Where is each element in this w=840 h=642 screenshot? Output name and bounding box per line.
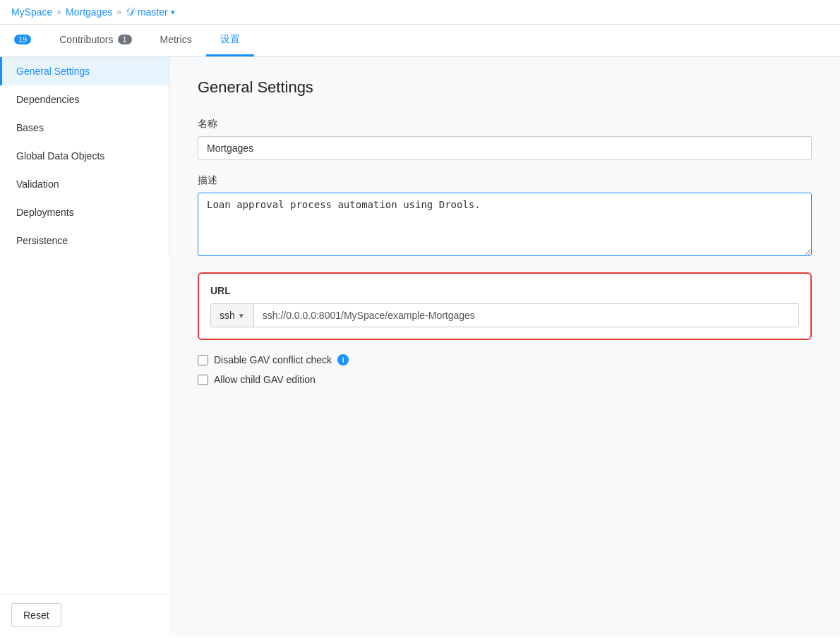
tab-contributors-label: Contributors xyxy=(59,34,113,45)
url-label: URL xyxy=(210,285,799,296)
url-protocol-chevron: ▼ xyxy=(238,312,245,320)
tab-contributors[interactable]: Contributors 1 xyxy=(45,25,145,56)
url-protocol-text: ssh xyxy=(220,310,235,321)
branch-name: master xyxy=(138,6,168,18)
name-field-group: 名称 xyxy=(198,118,812,160)
disable-gav-row: Disable GAV conflict check i xyxy=(198,354,812,365)
breadcrumb-sep-1: » xyxy=(56,7,61,17)
sidebar: General Settings Dependencies Bases Glob… xyxy=(0,57,169,255)
breadcrumb-sep-2: » xyxy=(116,7,121,17)
tab-contributors-badge: 1 xyxy=(118,35,132,44)
page-title: General Settings xyxy=(198,78,812,97)
tab-settings[interactable]: 设置 xyxy=(206,25,254,56)
name-label: 名称 xyxy=(198,118,812,131)
allow-child-gav-checkbox[interactable] xyxy=(198,375,208,385)
sidebar-item-validation[interactable]: Validation xyxy=(0,170,169,198)
sidebar-item-global-data-objects[interactable]: Global Data Objects xyxy=(0,142,169,170)
sidebar-item-deployments-label: Deployments xyxy=(16,207,74,218)
chevron-down-icon: ▾ xyxy=(171,8,175,17)
breadcrumb-bar: MySpace » Mortgages » 𝒟 master ▾ xyxy=(0,0,840,25)
disable-gav-label: Disable GAV conflict check xyxy=(214,354,332,365)
url-text-input[interactable] xyxy=(254,304,798,327)
tab-bar: 19 Contributors 1 Metrics 设置 xyxy=(0,25,840,57)
description-textarea[interactable] xyxy=(198,193,812,256)
sidebar-item-general-settings-label: General Settings xyxy=(16,66,90,77)
sidebar-wrapper: General Settings Dependencies Bases Glob… xyxy=(0,57,169,636)
description-field-group: 描述 xyxy=(198,174,812,258)
allow-child-gav-row: Allow child GAV edition xyxy=(198,374,812,385)
info-icon[interactable]: i xyxy=(337,354,349,365)
branch-icon: 𝒟 xyxy=(126,6,135,18)
name-input[interactable] xyxy=(198,136,812,160)
sidebar-item-deployments[interactable]: Deployments xyxy=(0,198,169,226)
sidebar-item-global-data-objects-label: Global Data Objects xyxy=(16,150,104,162)
sidebar-item-persistence-label: Persistence xyxy=(16,235,68,246)
tab-19[interactable]: 19 xyxy=(0,26,45,55)
main-layout: General Settings Dependencies Bases Glob… xyxy=(0,57,840,636)
url-input-row: ssh ▼ xyxy=(210,303,799,327)
tab-metrics[interactable]: Metrics xyxy=(146,25,206,56)
allow-child-gav-label: Allow child GAV edition xyxy=(214,374,316,385)
sidebar-item-dependencies-label: Dependencies xyxy=(16,94,80,105)
url-protocol-selector[interactable]: ssh ▼ xyxy=(211,304,254,327)
branch-selector[interactable]: 𝒟 master ▾ xyxy=(126,6,175,18)
tab-metrics-label: Metrics xyxy=(160,34,192,45)
reset-button[interactable]: Reset xyxy=(11,603,61,627)
tab-settings-label: 设置 xyxy=(220,33,240,46)
breadcrumb-workspace[interactable]: MySpace xyxy=(11,6,52,18)
content-area: General Settings 名称 描述 URL ssh ▼ xyxy=(169,57,840,636)
sidebar-item-dependencies[interactable]: Dependencies xyxy=(0,85,169,114)
url-section: URL ssh ▼ xyxy=(198,272,812,340)
disable-gav-checkbox[interactable] xyxy=(198,355,208,365)
checkboxes-group: Disable GAV conflict check i Allow child… xyxy=(198,354,812,385)
tab-19-badge: 19 xyxy=(14,35,31,44)
sidebar-item-persistence[interactable]: Persistence xyxy=(0,226,169,255)
description-label: 描述 xyxy=(198,174,812,187)
sidebar-item-bases[interactable]: Bases xyxy=(0,114,169,142)
sidebar-item-general-settings[interactable]: General Settings xyxy=(0,57,169,85)
sidebar-item-bases-label: Bases xyxy=(16,122,44,133)
sidebar-item-validation-label: Validation xyxy=(16,178,59,190)
breadcrumb-project[interactable]: Mortgages xyxy=(66,6,112,18)
